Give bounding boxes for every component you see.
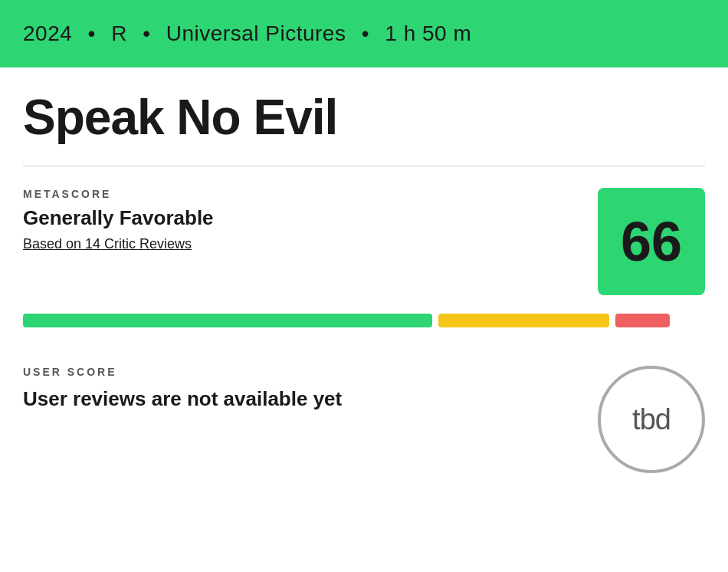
dot-2: •	[143, 21, 157, 45]
year: 2024	[23, 21, 72, 45]
tbd-badge: tbd	[598, 366, 705, 473]
metascore-verdict: Generally Favorable	[23, 206, 214, 230]
metascore-left: METASCORE Generally Favorable Based on 1…	[23, 188, 214, 252]
header-meta: 2024 • R • Universal Pictures • 1 h 50 m	[23, 21, 471, 46]
movie-title: Speak No Evil	[23, 90, 705, 144]
main-content: Speak No Evil METASCORE Generally Favora…	[0, 67, 728, 496]
critic-reviews-link[interactable]: Based on 14 Critic Reviews	[23, 236, 214, 252]
metascore-badge: 66	[598, 188, 705, 295]
score-bar	[23, 314, 705, 327]
user-score-label: USER SCORE	[23, 366, 342, 378]
dot-1: •	[88, 21, 103, 45]
runtime: 1 h 50 m	[385, 21, 471, 45]
rating: R	[111, 21, 127, 45]
metascore-number: 66	[621, 214, 682, 269]
bar-green	[23, 314, 432, 327]
user-score-section: USER SCORE User reviews are not availabl…	[23, 366, 705, 473]
divider	[23, 166, 705, 166]
bar-yellow	[438, 314, 609, 327]
user-score-left: USER SCORE User reviews are not availabl…	[23, 366, 342, 411]
header-bar: 2024 • R • Universal Pictures • 1 h 50 m	[0, 0, 728, 67]
studio: Universal Pictures	[166, 21, 346, 45]
metascore-section: METASCORE Generally Favorable Based on 1…	[23, 188, 705, 295]
bar-red	[615, 314, 670, 327]
dot-3: •	[362, 21, 376, 45]
user-score-verdict: User reviews are not available yet	[23, 387, 342, 411]
scores-section: METASCORE Generally Favorable Based on 1…	[23, 188, 705, 473]
metascore-label: METASCORE	[23, 188, 214, 200]
tbd-text: tbd	[632, 403, 671, 436]
